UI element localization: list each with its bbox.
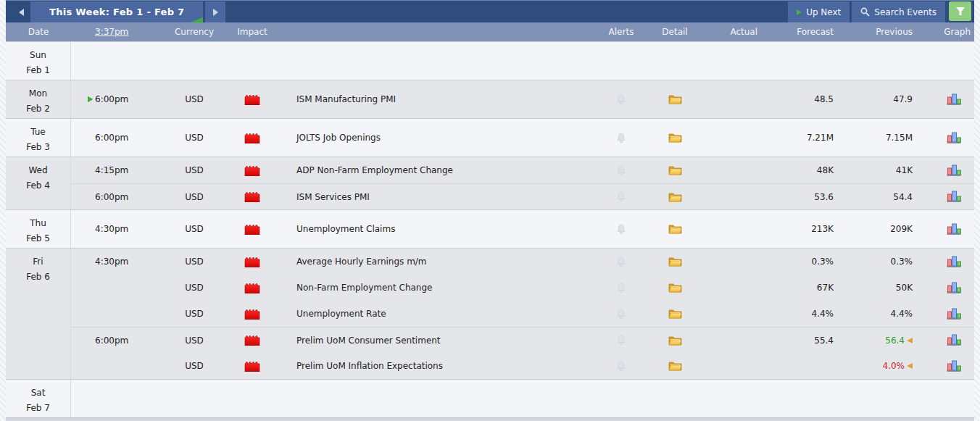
alert-bell-icon[interactable] — [616, 133, 626, 143]
impact-cell — [223, 328, 281, 353]
day-name: Sun — [6, 48, 70, 63]
date-cell: Tue Feb 3 — [6, 119, 71, 157]
alert-bell-icon[interactable] — [616, 335, 626, 346]
graph-icon[interactable] — [947, 223, 961, 235]
graph-icon[interactable] — [947, 132, 961, 144]
graph-icon[interactable] — [947, 308, 961, 320]
day-name: Fri — [6, 254, 70, 270]
day-name: Wed — [6, 163, 70, 178]
chevron-left-icon — [19, 9, 24, 16]
graph-icon[interactable] — [947, 164, 961, 177]
event-previous: 47.9 — [836, 80, 933, 118]
event-title[interactable]: ISM Services PMI — [281, 184, 591, 209]
event-title[interactable]: Prelim UoM Consumer Sentiment — [281, 328, 591, 353]
day-group: Thu Feb 5 4:30pm USD Unemployment Claims — [6, 209, 974, 248]
search-events-button[interactable]: Search Events — [852, 1, 945, 22]
impact-cell — [223, 80, 281, 118]
alert-bell-icon[interactable] — [616, 257, 626, 267]
detail-folder-icon[interactable] — [668, 165, 682, 175]
event-previous: 56.4 — [836, 328, 933, 353]
high-impact-icon — [244, 283, 260, 293]
event-currency: USD — [165, 249, 223, 275]
event-time — [71, 353, 165, 379]
next-week-button[interactable] — [205, 1, 225, 22]
graph-icon[interactable] — [947, 360, 961, 372]
event-time: 4:15pm — [71, 157, 165, 183]
detail-folder-icon[interactable] — [668, 94, 682, 104]
chevron-right-icon — [213, 9, 218, 16]
alert-bell-icon[interactable] — [616, 283, 626, 293]
detail-folder-icon[interactable] — [668, 335, 682, 346]
event-time: 6:00pm — [71, 80, 165, 118]
alert-bell-icon[interactable] — [616, 191, 626, 202]
graph-icon[interactable] — [947, 191, 961, 203]
filter-button[interactable] — [949, 1, 971, 21]
day-date: Feb 1 — [6, 63, 70, 78]
day-events — [71, 380, 974, 417]
high-impact-icon — [244, 257, 260, 267]
detail-folder-icon[interactable] — [668, 309, 682, 319]
previous-week-button[interactable] — [12, 1, 30, 22]
event-title[interactable]: Average Hourly Earnings m/m — [281, 249, 591, 275]
event-title[interactable]: Non-Farm Employment Change — [281, 275, 591, 301]
column-header-grid: 3:37pm Currency Impact Alerts Detail Act… — [71, 22, 974, 41]
event-forecast: 0.3% — [760, 249, 836, 275]
detail-folder-icon[interactable] — [668, 257, 682, 267]
calendar-toolbar: This Week: Feb 1 - Feb 7 Up Next Search … — [6, 0, 974, 22]
week-range-label: This Week: Feb 1 - Feb 7 — [49, 7, 184, 17]
event-row: 4:15pm USD ADP Non-Farm Employment Chang… — [71, 157, 974, 183]
day-group: Sun Feb 1 — [6, 41, 974, 80]
column-previous: Previous — [836, 22, 933, 41]
day-group: Tue Feb 3 6:00pm USD JOLTS Job Openings — [6, 118, 974, 157]
day-events: 4:30pm USD Unemployment Claims — [71, 210, 974, 248]
event-currency: USD — [165, 301, 223, 327]
event-previous: 50K — [836, 275, 933, 301]
detail-folder-icon[interactable] — [668, 224, 682, 234]
event-row: USD Unemployment Rate — [71, 301, 974, 327]
day-group: Wed Feb 4 4:15pm USD ADP Non-Farm Employ… — [6, 157, 974, 209]
event-title[interactable]: JOLTS Job Openings — [281, 119, 591, 157]
event-currency: USD — [165, 210, 223, 248]
day-name: Mon — [6, 86, 70, 101]
graph-icon[interactable] — [947, 282, 961, 294]
event-time — [71, 301, 165, 327]
event-actual — [698, 80, 760, 118]
up-next-button[interactable]: Up Next — [788, 1, 850, 22]
alert-bell-icon[interactable] — [616, 224, 626, 235]
event-time — [71, 275, 165, 301]
event-title[interactable]: Unemployment Claims — [281, 210, 591, 248]
event-previous: 4.4% — [836, 301, 933, 327]
column-header-row: Date 3:37pm Currency Impact Alerts Detai… — [6, 22, 974, 41]
graph-icon[interactable] — [947, 334, 961, 346]
column-currency: Currency — [165, 22, 223, 41]
detail-folder-icon[interactable] — [668, 361, 682, 371]
graph-icon[interactable] — [947, 93, 961, 106]
event-previous: 41K — [836, 157, 933, 183]
event-currency: USD — [165, 184, 223, 209]
alert-bell-icon[interactable] — [616, 361, 626, 372]
detail-folder-icon[interactable] — [668, 192, 682, 202]
event-title[interactable]: Unemployment Rate — [281, 301, 591, 327]
high-impact-icon — [244, 191, 260, 202]
detail-folder-icon[interactable] — [668, 133, 682, 143]
day-date: Feb 5 — [6, 231, 70, 246]
event-currency: USD — [165, 80, 223, 118]
revised-marker-icon — [907, 338, 913, 343]
alert-bell-icon[interactable] — [616, 165, 626, 176]
timezone-link[interactable]: 3:37pm — [95, 27, 128, 37]
detail-folder-icon[interactable] — [668, 283, 682, 293]
event-title[interactable]: ISM Manufacturing PMI — [281, 80, 591, 118]
event-title[interactable]: ADP Non-Farm Employment Change — [281, 157, 591, 183]
event-actual — [698, 249, 760, 275]
event-actual — [698, 210, 760, 248]
day-events — [71, 42, 974, 80]
alert-bell-icon[interactable] — [616, 309, 626, 320]
alert-bell-icon[interactable] — [616, 94, 626, 105]
graph-icon[interactable] — [947, 256, 961, 268]
event-forecast: 213K — [760, 210, 836, 248]
event-title[interactable]: Prelim UoM Inflation Expectations — [281, 353, 591, 379]
day-date: Feb 7 — [6, 401, 70, 416]
week-range-button[interactable]: This Week: Feb 1 - Feb 7 — [30, 1, 203, 22]
event-row: USD Prelim UoM Inflation Expectations — [71, 353, 974, 379]
impact-cell — [223, 157, 281, 183]
